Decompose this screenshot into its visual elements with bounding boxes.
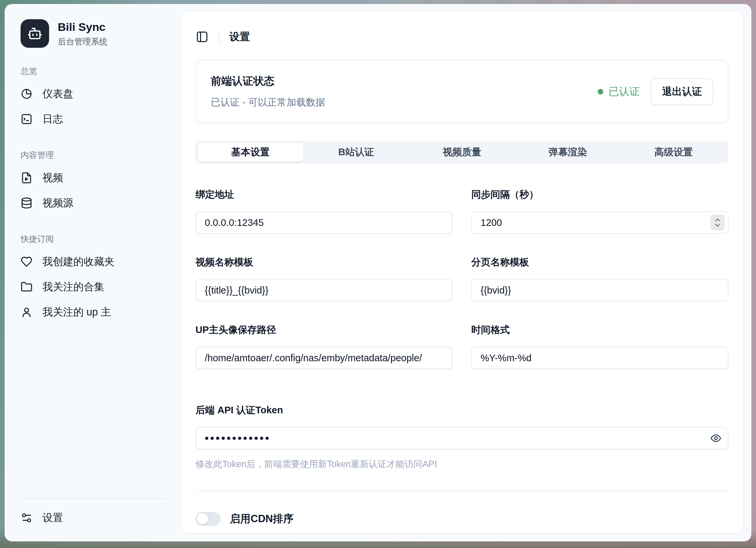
eye-icon [710, 432, 721, 444]
tab-danmaku-render[interactable]: 弹幕渲染 [515, 143, 621, 162]
auth-status-text: 前端认证状态 已认证 - 可以正常加载数据 [211, 74, 325, 109]
api-token-input[interactable] [195, 427, 728, 449]
sync-interval-label: 同步间隔（秒） [471, 188, 728, 201]
tab-bilibili-auth[interactable]: B站认证 [303, 143, 409, 162]
user-icon [21, 306, 33, 318]
auth-card-subtitle: 已认证 - 可以正常加载数据 [211, 96, 325, 109]
sidebar-item-label: 仪表盘 [42, 87, 73, 101]
auth-status-label: 已认证 [609, 85, 640, 99]
api-token-helper-text: 修改此Token后，前端需要使用新Token重新认证才能访问API [195, 458, 728, 470]
sync-interval-input[interactable] [471, 211, 728, 234]
folder-icon [21, 281, 33, 293]
sidebar-item-followed-uploaders[interactable]: 我关注的 up 主 [21, 299, 167, 325]
settings-content: 前端认证状态 已认证 - 可以正常加载数据 已认证 退出认证 基本设置 B站认证… [181, 56, 743, 533]
sidebar-item-label: 我创建的收藏夹 [42, 255, 114, 269]
nav-section-content: 内容管理 [21, 150, 167, 161]
cdn-sort-toggle-label: 启用CDN排序 [230, 512, 293, 526]
sidebar-item-label: 视频源 [42, 196, 73, 210]
sidebar-divider [21, 498, 167, 499]
settings-tabs: 基本设置 B站认证 视频质量 弹幕渲染 高级设置 [195, 141, 728, 164]
video-name-template-label: 视频名称模板 [195, 256, 453, 269]
sidebar-item-label: 我关注的 up 主 [42, 305, 111, 319]
database-icon [21, 197, 33, 209]
heart-icon [21, 256, 33, 268]
sidebar-item-label: 设置 [42, 511, 63, 525]
main-header: 设置 [181, 12, 743, 56]
field-time-format: 时间格式 [471, 323, 728, 369]
time-format-label: 时间格式 [471, 323, 728, 337]
terminal-icon [21, 113, 33, 125]
field-bind-address: 绑定地址 [195, 188, 453, 234]
sidebar-item-my-favorites[interactable]: 我创建的收藏夹 [21, 249, 167, 274]
sidebar-item-dashboard[interactable]: 仪表盘 [21, 81, 167, 107]
app-logo: Bili Sync 后台管理系统 [21, 19, 167, 48]
sidebar-item-followed-collections[interactable]: 我关注的合集 [21, 274, 167, 299]
sliders-icon [21, 512, 33, 524]
sidebar-toggle-button[interactable] [193, 28, 211, 46]
form-divider [195, 491, 728, 491]
avatar-save-path-label: UP主头像保存路径 [195, 323, 453, 337]
app-window: Bili Sync 后台管理系统 总览 仪表盘 日志 内容管理 [5, 4, 751, 541]
tab-advanced-settings[interactable]: 高级设置 [621, 143, 726, 162]
cdn-sort-toggle-row: 启用CDN排序 [195, 512, 728, 526]
sidebar-item-label: 视频 [42, 171, 63, 185]
chevron-down-icon [714, 223, 721, 228]
nav-section-subscriptions: 快捷订阅 [21, 234, 167, 245]
time-format-input[interactable] [471, 347, 728, 369]
chevron-up-icon [714, 218, 721, 222]
auth-status-card: 前端认证状态 已认证 - 可以正常加载数据 已认证 退出认证 [195, 60, 728, 123]
basic-settings-form: 绑定地址 同步间隔（秒） 视频名 [195, 188, 728, 369]
field-api-token: 后端 API 认证Token 修改此Token后，前端需要使用新Token重新认… [195, 404, 728, 470]
bind-address-label: 绑定地址 [195, 188, 453, 201]
number-stepper[interactable] [711, 215, 724, 231]
panel-left-icon [196, 31, 208, 43]
pie-chart-icon [21, 88, 33, 100]
status-dot-icon [598, 89, 603, 95]
sidebar-item-logs[interactable]: 日志 [21, 107, 167, 132]
auth-card-title: 前端认证状态 [211, 74, 325, 89]
sidebar-item-videos[interactable]: 视频 [21, 165, 167, 191]
sidebar-nav: 总览 仪表盘 日志 内容管理 [21, 48, 167, 492]
bind-address-input[interactable] [195, 211, 453, 234]
video-name-template-input[interactable] [195, 279, 453, 301]
avatar-save-path-input[interactable] [195, 347, 453, 369]
app-subtitle: 后台管理系统 [58, 36, 108, 47]
nav-section-overview: 总览 [21, 66, 167, 77]
app-title: Bili Sync [58, 20, 108, 34]
logo-text: Bili Sync 后台管理系统 [58, 20, 108, 47]
robot-icon [27, 26, 42, 41]
auth-status-badge: 已认证 [598, 85, 640, 99]
tab-basic-settings[interactable]: 基本设置 [197, 143, 303, 162]
sidebar-item-label: 日志 [42, 112, 63, 126]
video-file-icon [21, 172, 33, 184]
toggle-knob [197, 513, 208, 524]
logo-badge [21, 19, 49, 48]
page-name-template-input[interactable] [471, 279, 728, 301]
logout-auth-button[interactable]: 退出认证 [651, 78, 713, 105]
field-video-name-template: 视频名称模板 [195, 256, 453, 301]
sidebar: Bili Sync 后台管理系统 总览 仪表盘 日志 内容管理 [5, 4, 181, 541]
field-sync-interval: 同步间隔（秒） [471, 188, 728, 234]
page-title: 设置 [229, 30, 250, 44]
auth-status-actions: 已认证 退出认证 [598, 78, 713, 105]
field-avatar-save-path: UP主头像保存路径 [195, 323, 453, 369]
main-panel: 设置 前端认证状态 已认证 - 可以正常加载数据 已认证 退出认证 [181, 11, 743, 533]
sidebar-item-label: 我关注的合集 [42, 280, 104, 294]
tab-video-quality[interactable]: 视频质量 [409, 143, 515, 162]
header-divider [219, 31, 219, 43]
toggle-token-visibility-button[interactable] [706, 428, 726, 448]
api-token-label: 后端 API 认证Token [195, 404, 728, 417]
sidebar-item-video-sources[interactable]: 视频源 [21, 191, 167, 216]
sidebar-item-settings[interactable]: 设置 [21, 504, 167, 532]
field-page-name-template: 分页名称模板 [471, 256, 728, 301]
page-name-template-label: 分页名称模板 [471, 256, 728, 269]
cdn-sort-toggle[interactable] [195, 512, 221, 526]
